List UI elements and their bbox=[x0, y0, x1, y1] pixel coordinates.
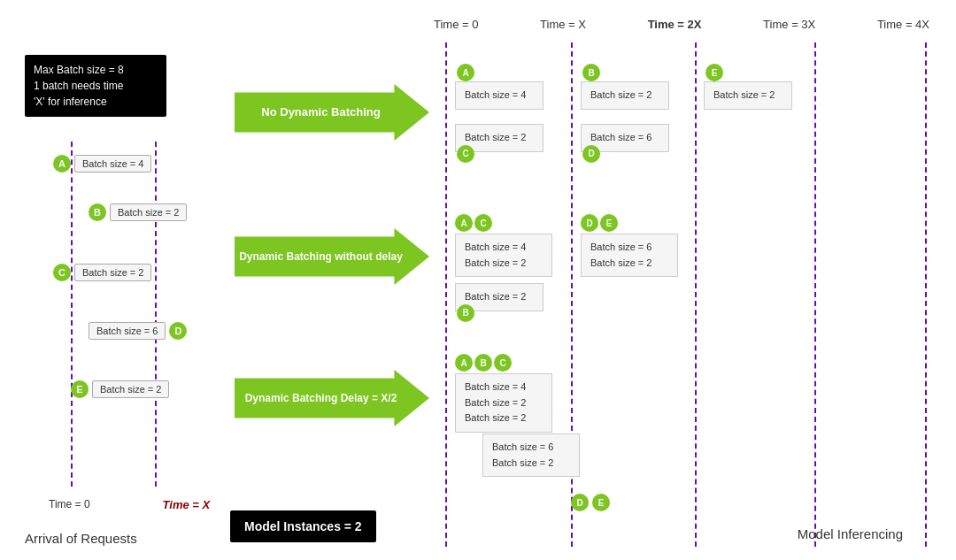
info-line2: 1 batch needs time bbox=[34, 80, 123, 92]
time-label-4x: Time = 4X bbox=[877, 18, 929, 31]
inf-dashed-t0 bbox=[445, 42, 447, 547]
dnd-group-ac-wrapper: A C Batch size = 4 Batch size = 2 bbox=[455, 214, 552, 277]
nd-group-b: Batch size = 2 bbox=[581, 81, 669, 110]
arrow-dynamic-delay-label: Dynamic Batching Delay = X/2 bbox=[245, 391, 397, 406]
dnd-row-de1: Batch size = 6 bbox=[590, 240, 668, 256]
dd-group-abc: Batch size = 4 Batch size = 2 Batch size… bbox=[455, 373, 552, 433]
time-label-x: Time = X bbox=[540, 18, 586, 31]
nd-group-c-wrapper: Batch size = 2 C bbox=[455, 124, 544, 152]
arrival-item-b: B Batch size = 2 bbox=[89, 203, 187, 221]
inf-circle-dnd-b: B bbox=[457, 304, 474, 322]
circle-c: C bbox=[53, 264, 71, 281]
dd-circles-abc: A B C bbox=[455, 354, 552, 372]
dnd-group-de: Batch size = 6 Batch size = 2 bbox=[581, 234, 678, 277]
circle-a: A bbox=[53, 155, 71, 173]
inf-circle-dd-e-bottom: E bbox=[592, 494, 610, 511]
dd-group-abc-wrapper: A B C Batch size = 4 Batch size = 2 Batc… bbox=[455, 354, 552, 433]
main-container: Time = 0 Time = X Time = 2X Time = 3X Ti… bbox=[0, 0, 956, 560]
model-instances-box: Model Instances = 2 bbox=[230, 510, 376, 542]
arrival-item-d: Batch size = 6 D bbox=[89, 322, 187, 340]
circle-e: E bbox=[71, 380, 89, 398]
batch-box-c: Batch size = 2 bbox=[74, 264, 151, 281]
inf-circle-nd-c: C bbox=[457, 145, 474, 163]
nd-group-a: Batch size = 4 bbox=[455, 81, 544, 110]
inf-circle-dnd-e: E bbox=[600, 214, 618, 232]
dd-row-de2: Batch size = 2 bbox=[492, 456, 570, 472]
nd-row-e: Batch size = 2 bbox=[713, 88, 783, 104]
inf-circle-nd-a: A bbox=[457, 64, 474, 81]
nd-group-d-wrapper: Batch size = 6 D bbox=[581, 124, 669, 152]
nd-row-d: Batch size = 6 bbox=[590, 130, 659, 146]
arrival-time-labels: Time = 0 Time = X bbox=[49, 498, 210, 511]
model-inferencing-label: Model Inferencing bbox=[798, 526, 903, 541]
inf-circle-dd-b: B bbox=[474, 354, 492, 372]
model-instances-label: Model Instances = 2 bbox=[244, 519, 362, 533]
arrow-dynamic-delay: Dynamic Batching Delay = X/2 bbox=[235, 370, 429, 426]
dnd-row-b: Batch size = 2 bbox=[465, 289, 534, 305]
arrow-dynamic-no-delay-label: Dynamic Batching without delay bbox=[239, 249, 403, 265]
model-inferencing-wrapper: Model Inferencing bbox=[798, 526, 903, 542]
inf-circle-dd-c: C bbox=[494, 354, 512, 372]
dd-group-de: Batch size = 6 Batch size = 2 bbox=[482, 433, 580, 477]
info-line1: Max Batch size = 8 bbox=[34, 64, 124, 76]
time-label-2x: Time = 2X bbox=[648, 18, 702, 31]
inf-circle-dnd-d: D bbox=[581, 214, 598, 232]
inf-circle-dd-d-bottom: D bbox=[571, 494, 589, 511]
circle-d: D bbox=[169, 322, 187, 340]
arrival-label-text: Arrival of Requests bbox=[25, 531, 137, 546]
inf-dashed-t2x bbox=[695, 42, 697, 547]
dd-row-abc2: Batch size = 2 bbox=[465, 395, 543, 411]
nd-group-b-wrapper: B Batch size = 2 bbox=[581, 73, 669, 110]
inf-circle-nd-b: B bbox=[582, 64, 600, 81]
arrow-dynamic-no-delay: Dynamic Batching without delay bbox=[235, 228, 429, 285]
dd-row-abc3: Batch size = 2 bbox=[465, 410, 543, 426]
time-label-0: Time = 0 bbox=[434, 18, 478, 31]
nd-row-a: Batch size = 4 bbox=[465, 88, 534, 104]
dd-row-abc1: Batch size = 4 bbox=[465, 380, 543, 395]
arrival-item-c: C Batch size = 2 bbox=[53, 264, 151, 281]
nd-group-a-wrapper: A Batch size = 4 bbox=[455, 73, 544, 110]
inf-dashed-t4x bbox=[925, 42, 927, 547]
dd-de-circles-bottom: D E bbox=[571, 494, 610, 511]
time-labels-row: Time = 0 Time = X Time = 2X Time = 3X Ti… bbox=[434, 18, 929, 31]
dnd-row-ac1: Batch size = 4 bbox=[465, 240, 543, 256]
dnd-group-b-wrapper: Batch size = 2 B bbox=[455, 283, 544, 311]
dnd-group-de-wrapper: D E Batch size = 6 Batch size = 2 bbox=[581, 214, 678, 277]
batch-box-b: Batch size = 2 bbox=[110, 203, 187, 221]
info-line3: 'X' for inference bbox=[34, 96, 107, 108]
nd-row-c: Batch size = 2 bbox=[465, 130, 534, 146]
inf-circle-dd-a: A bbox=[455, 354, 473, 372]
arrival-item-e: E Batch size = 2 bbox=[71, 380, 169, 398]
inf-circle-nd-e: E bbox=[705, 64, 723, 81]
batch-box-e: Batch size = 2 bbox=[92, 380, 169, 398]
arrow-no-dynamic: No Dynamic Batching bbox=[235, 84, 429, 141]
dnd-circles-de: D E bbox=[581, 214, 678, 232]
nd-group-e-wrapper: E Batch size = 2 bbox=[704, 73, 792, 110]
inf-circle-dnd-a: A bbox=[455, 214, 473, 232]
dnd-group-ac: Batch size = 4 Batch size = 2 bbox=[455, 234, 552, 277]
dnd-row-de2: Batch size = 2 bbox=[590, 256, 668, 272]
batch-box-d: Batch size = 6 bbox=[89, 322, 166, 340]
nd-row-b: Batch size = 2 bbox=[590, 88, 659, 104]
dd-row-de1: Batch size = 6 bbox=[492, 440, 570, 456]
time-label-3x: Time = 3X bbox=[763, 18, 815, 31]
arrival-time-0: Time = 0 bbox=[49, 498, 90, 511]
dnd-row-ac2: Batch size = 2 bbox=[465, 256, 543, 272]
dashed-line-timeX-left bbox=[155, 142, 157, 487]
arrow-no-dynamic-label: No Dynamic Batching bbox=[261, 104, 380, 120]
inf-circle-dnd-c: C bbox=[474, 214, 492, 232]
batch-box-a: Batch size = 4 bbox=[74, 155, 151, 173]
inf-circle-nd-d: D bbox=[582, 145, 600, 163]
dd-group-de-wrapper: Batch size = 6 Batch size = 2 bbox=[482, 433, 580, 477]
arrival-time-x: Time = X bbox=[163, 498, 211, 511]
dashed-line-time0-left bbox=[71, 142, 73, 487]
arrival-label: Arrival of Requests bbox=[25, 531, 137, 547]
info-box: Max Batch size = 8 1 batch needs time 'X… bbox=[25, 55, 166, 117]
circle-b: B bbox=[89, 203, 106, 221]
inf-dashed-t3x bbox=[814, 42, 816, 547]
nd-group-e: Batch size = 2 bbox=[704, 81, 792, 110]
dnd-circles-ac: A C bbox=[455, 214, 552, 232]
arrival-item-a: A Batch size = 4 bbox=[53, 155, 151, 173]
